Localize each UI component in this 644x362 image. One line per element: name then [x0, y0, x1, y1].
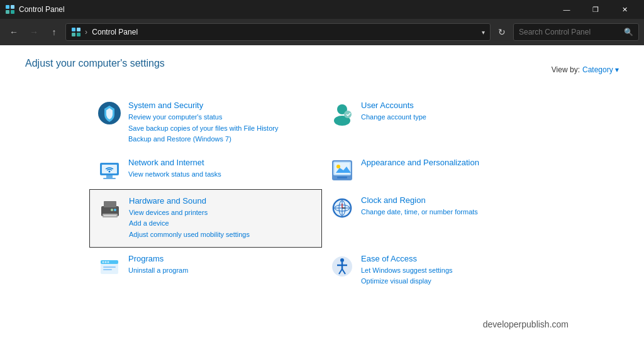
svg-point-26	[114, 209, 116, 211]
address-breadcrumb: › Control Panel	[85, 28, 478, 36]
refresh-button[interactable]: ↻	[493, 23, 511, 41]
appearance-icon	[330, 158, 355, 183]
restore-button[interactable]: ❐	[581, 0, 610, 19]
system-security-link-2[interactable]: Save backup copies of your files with Fi…	[128, 123, 314, 134]
app-icon	[5, 4, 15, 14]
svg-rect-0	[6, 5, 9, 9]
network-internet-title[interactable]: Network and Internet	[128, 158, 314, 167]
category-network-internet: Network and Internet View network status…	[89, 151, 322, 189]
ease-of-access-icon	[330, 254, 355, 279]
network-internet-content: Network and Internet View network status…	[128, 158, 314, 180]
category-appearance: Appearance and Personalization	[322, 151, 555, 189]
back-button[interactable]: ←	[5, 23, 23, 41]
hardware-sound-link-3[interactable]: Adjust commonly used mobility settings	[129, 229, 314, 241]
svg-point-27	[111, 209, 113, 211]
clock-region-title[interactable]: Clock and Region	[361, 195, 547, 205]
view-by-value[interactable]: Category ▾	[582, 65, 619, 74]
search-input[interactable]	[519, 28, 620, 36]
svg-rect-7	[77, 33, 80, 36]
navbar: ← → ↑ › Control Panel ▾ ↻ 🔍	[0, 19, 644, 45]
address-dropdown-button[interactable]: ▾	[482, 29, 485, 36]
address-bar-icon	[71, 27, 81, 37]
svg-point-41	[108, 261, 109, 263]
ease-of-access-title[interactable]: Ease of Access	[361, 254, 547, 263]
category-system-security: System and Security Review your computer…	[89, 94, 322, 151]
titlebar: Control Panel — ❐ ✕	[0, 0, 644, 19]
svg-rect-6	[72, 33, 75, 36]
appearance-title[interactable]: Appearance and Personalization	[361, 158, 547, 167]
page-title: Adjust your computer's settings	[25, 58, 165, 69]
hardware-sound-icon	[97, 196, 123, 221]
svg-point-16	[109, 170, 111, 172]
user-accounts-title[interactable]: User Accounts	[361, 101, 547, 110]
svg-rect-25	[104, 215, 116, 216]
svg-point-39	[103, 261, 104, 263]
programs-content: Programs Uninstall a program	[128, 254, 314, 277]
network-internet-icon	[97, 158, 122, 183]
category-ease-of-access: Ease of Access Let Windows suggest setti…	[322, 248, 555, 293]
category-clock-region: Clock and Region Change date, time, or n…	[322, 189, 555, 248]
address-bar[interactable]: › Control Panel ▾	[65, 23, 491, 41]
forward-button[interactable]: →	[25, 23, 43, 41]
svg-rect-5	[77, 28, 80, 31]
svg-rect-3	[11, 10, 14, 14]
clock-region-content: Clock and Region Change date, time, or n…	[361, 195, 547, 218]
category-hardware-sound: Hardware and Sound View devices and prin…	[89, 189, 322, 248]
svg-point-11	[344, 111, 352, 118]
svg-rect-15	[103, 178, 116, 179]
up-button[interactable]: ↑	[45, 23, 63, 41]
clock-region-icon	[330, 195, 355, 221]
minimize-button[interactable]: —	[552, 0, 581, 19]
system-security-title[interactable]: System and Security	[128, 101, 314, 110]
svg-rect-23	[104, 201, 116, 207]
address-separator: ›	[85, 28, 87, 36]
programs-title[interactable]: Programs	[128, 254, 314, 263]
svg-rect-1	[11, 5, 14, 9]
hardware-sound-link-2[interactable]: Add a device	[129, 218, 314, 229]
ease-of-access-link-2[interactable]: Optimize visual display	[361, 276, 547, 287]
titlebar-title: Control Panel	[19, 5, 65, 14]
programs-link-1[interactable]: Uninstall a program	[128, 265, 314, 277]
titlebar-left: Control Panel	[5, 4, 65, 14]
svg-rect-4	[72, 28, 75, 31]
clock-region-link-1[interactable]: Change date, time, or number formats	[361, 207, 547, 218]
main-content: Adjust your computer's settings View by:…	[0, 45, 644, 362]
ease-of-access-link-1[interactable]: Let Windows suggest settings	[361, 265, 547, 277]
system-security-icon	[97, 101, 122, 126]
close-button[interactable]: ✕	[610, 0, 639, 19]
appearance-content: Appearance and Personalization	[361, 158, 547, 169]
svg-rect-21	[337, 177, 347, 178]
hardware-sound-link-1[interactable]: View devices and printers	[129, 207, 314, 219]
titlebar-controls: — ❐ ✕	[552, 0, 639, 19]
user-accounts-link-1[interactable]: Change account type	[361, 112, 547, 123]
svg-rect-42	[103, 266, 116, 268]
system-security-link-3[interactable]: Backup and Restore (Windows 7)	[128, 134, 314, 145]
svg-rect-2	[6, 10, 9, 14]
view-by-label: View by:	[552, 65, 580, 74]
svg-rect-14	[106, 175, 113, 178]
svg-point-20	[336, 165, 340, 168]
search-icon: 🔍	[624, 28, 633, 36]
system-security-content: System and Security Review your computer…	[128, 101, 314, 145]
hardware-sound-title[interactable]: Hardware and Sound	[129, 196, 314, 206]
programs-icon	[97, 254, 122, 279]
hardware-sound-content: Hardware and Sound View devices and prin…	[129, 196, 314, 241]
category-user-accounts: User Accounts Change account type	[322, 94, 555, 151]
svg-rect-43	[103, 269, 112, 270]
search-bar[interactable]: 🔍	[513, 23, 639, 41]
ease-of-access-content: Ease of Access Let Windows suggest setti…	[361, 254, 547, 287]
categories-grid: System and Security Review your computer…	[89, 94, 555, 293]
category-programs: Programs Uninstall a program	[89, 248, 322, 293]
user-accounts-icon	[330, 101, 355, 126]
svg-point-45	[340, 258, 344, 262]
system-security-link-1[interactable]: Review your computer's status	[128, 112, 314, 123]
header-row: Adjust your computer's settings View by:…	[25, 58, 619, 82]
svg-point-40	[105, 261, 107, 263]
watermark: developerpublish.com	[483, 319, 569, 329]
user-accounts-content: User Accounts Change account type	[361, 101, 547, 123]
network-internet-link-1[interactable]: View network status and tasks	[128, 169, 314, 180]
